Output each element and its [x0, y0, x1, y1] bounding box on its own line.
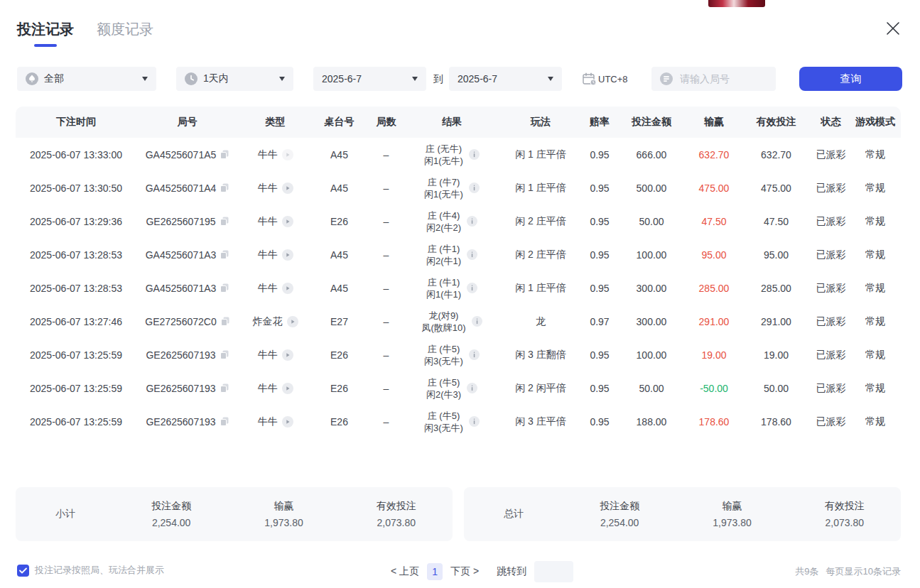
tab-quota-records[interactable]: 额度记录 [97, 20, 153, 47]
round-id-cell: GA45256071A3 [136, 283, 238, 294]
status: 已派彩 [812, 249, 850, 261]
result-line-2: 闲3(无牛) [424, 422, 463, 434]
play-type: 闲 3 庄平倍 [497, 415, 584, 428]
bet-time: 2025-06-07 13:33:00 [16, 149, 136, 160]
odds: 0.95 [584, 149, 615, 160]
game-type-dropdown[interactable]: 全部 [17, 67, 156, 91]
result-cell: 庄 (牛5) 闲2(牛3) [406, 376, 497, 401]
game-mode: 常规 [850, 182, 901, 195]
valid-bet: 50.00 [740, 383, 812, 394]
play-icon[interactable] [282, 349, 293, 361]
play-type: 闲 2 庄平倍 [497, 249, 584, 261]
table-row: 2025-06-07 13:25:59 GE2625607193 牛牛 E26 … [16, 405, 901, 438]
valid-bet: 475.00 [740, 183, 812, 194]
status: 已派彩 [812, 415, 850, 428]
search-button[interactable]: 查询 [799, 67, 902, 91]
copy-icon[interactable] [220, 150, 229, 159]
round-number-input[interactable] [678, 72, 767, 85]
info-icon[interactable] [467, 216, 477, 227]
copy-icon[interactable] [220, 183, 229, 192]
round-id: GE2625607193 [146, 349, 215, 361]
play-icon[interactable] [282, 149, 293, 160]
copy-icon[interactable] [220, 350, 229, 359]
valid-bet: 285.00 [740, 283, 812, 294]
win-loss: -50.00 [688, 383, 740, 394]
result-line-2: 闲1(无牛) [424, 155, 463, 167]
play-icon[interactable] [282, 183, 293, 194]
valid-bet: 19.00 [740, 349, 812, 361]
play-icon[interactable] [282, 216, 293, 227]
round-id: GE27256072C0 [145, 316, 216, 327]
date-to-dropdown[interactable]: 2025-6-7 [449, 67, 562, 91]
status: 已派彩 [812, 215, 850, 228]
play-icon[interactable] [282, 249, 293, 261]
win-loss: 285.00 [688, 283, 740, 294]
page-size-info: 每页显示10条记录 [826, 565, 901, 578]
bet-time: 2025-06-07 13:27:46 [16, 316, 136, 327]
subtotal-valid-label: 有效投注 [340, 500, 453, 513]
play-type: 龙 [497, 315, 584, 328]
bet-time: 2025-06-07 13:30:50 [16, 183, 136, 194]
copy-icon[interactable] [220, 417, 229, 426]
copy-icon[interactable] [221, 317, 229, 326]
play-icon[interactable] [282, 383, 293, 394]
time-range-dropdown[interactable]: 1天内 [176, 67, 293, 91]
info-icon[interactable] [469, 149, 480, 160]
result-line-2: 闲2(牛2) [426, 222, 461, 234]
jump-page-input[interactable] [534, 561, 573, 582]
result-line-1: 庄 (牛1) [426, 243, 461, 255]
rounds-count: – [366, 283, 406, 294]
column-header: 有效投注 [740, 116, 812, 129]
info-icon[interactable] [469, 349, 480, 360]
round-id-cell: GA45256071A3 [136, 249, 238, 261]
table-number: E26 [313, 216, 366, 227]
subtotal-label: 小计 [16, 508, 115, 521]
tab-bet-records[interactable]: 投注记录 [17, 20, 74, 47]
column-header: 类型 [238, 116, 313, 129]
chevron-down-icon [412, 77, 418, 81]
to-label: 到 [433, 73, 443, 86]
result-line-1: 龙(对9) [421, 310, 465, 322]
round-id: GA45256071A3 [146, 283, 217, 294]
rounds-count: – [366, 383, 406, 394]
play-icon[interactable] [287, 316, 298, 327]
date-from-value: 2025-6-7 [322, 73, 362, 85]
info-icon[interactable] [467, 249, 477, 260]
copy-icon[interactable] [220, 283, 229, 293]
copy-icon[interactable] [220, 250, 229, 259]
round-search-field [651, 67, 776, 91]
info-icon[interactable] [469, 183, 480, 193]
merge-toggle: 投注记录按照局、玩法合并展示 [17, 564, 164, 577]
info-icon[interactable] [467, 383, 477, 393]
play-type: 闲 1 庄平倍 [497, 182, 584, 195]
calendar-clock-icon [583, 72, 597, 86]
info-icon[interactable] [469, 416, 480, 427]
game-type-cell: 牛牛 [238, 215, 313, 228]
result-line-2: 闲1(无牛) [424, 188, 463, 200]
play-icon[interactable] [282, 416, 293, 428]
result-line-1: 庄 (牛5) [424, 410, 463, 422]
game-mode: 常规 [850, 249, 901, 261]
subtotal-bet-value: 2,254.00 [115, 517, 227, 528]
rounds-count: – [366, 249, 406, 261]
column-header: 赔率 [584, 116, 615, 129]
info-icon[interactable] [472, 316, 482, 327]
game-mode: 常规 [850, 282, 901, 295]
win-loss: 632.70 [688, 149, 740, 160]
date-from-dropdown[interactable]: 2025-6-7 [313, 67, 426, 91]
bet-time: 2025-06-07 13:29:36 [16, 216, 136, 227]
merge-checkbox[interactable] [17, 565, 29, 577]
prev-page-button[interactable]: < 上页 [391, 565, 419, 578]
copy-icon[interactable] [220, 217, 229, 226]
info-icon[interactable] [467, 283, 477, 293]
play-type: 闲 2 庄平倍 [497, 215, 584, 228]
play-type: 闲 1 庄平倍 [497, 148, 584, 161]
next-page-button[interactable]: 下页 > [450, 565, 479, 578]
current-page[interactable]: 1 [427, 563, 443, 580]
bet-amount: 500.00 [615, 183, 688, 194]
odds: 0.95 [584, 249, 615, 261]
copy-icon[interactable] [220, 383, 229, 393]
close-icon[interactable] [884, 20, 902, 37]
round-id: GE2625607193 [146, 416, 215, 428]
play-icon[interactable] [282, 283, 293, 294]
